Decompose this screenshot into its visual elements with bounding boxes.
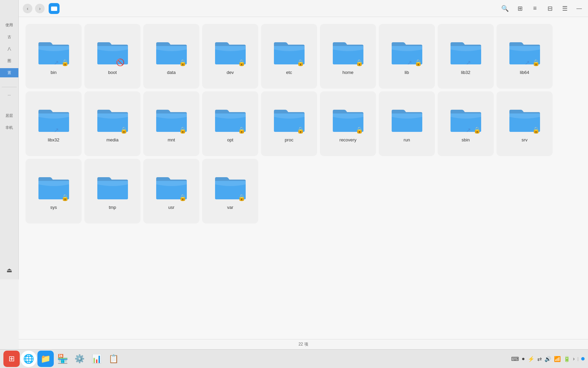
folder-item-recovery[interactable]: 🔒 recovery (320, 91, 376, 156)
folder-name-tmp: tmp (109, 205, 116, 210)
app-icon (49, 3, 60, 14)
main-content: 🔒↗ bin 🚫 boot 🔒 data 🔒 dev 🔒 etc (19, 17, 588, 349)
svg-text:🔒: 🔒 (179, 59, 187, 66)
svg-text:🔒: 🔒 (532, 126, 540, 134)
folder-icon-lib: 🔒↗ (390, 37, 424, 66)
separator: | (577, 356, 578, 361)
folder-icon-etc: 🔒 (272, 37, 306, 66)
folder-item-tmp[interactable]: tmp (84, 159, 141, 224)
item-count: 22 项 (298, 341, 308, 347)
svg-text:↗: ↗ (407, 59, 412, 66)
sidebar-item-recent[interactable]: 使用 (0, 20, 18, 30)
svg-text:🔒: 🔒 (61, 194, 69, 201)
files-icon: 📁 (40, 354, 51, 364)
sidebar-item-bottom2[interactable]: 非机 (0, 123, 18, 132)
sidebar-item-label-6: ... (7, 92, 11, 96)
sidebar-item-4[interactable]: 图 (0, 56, 18, 65)
taskbar-app-files[interactable]: 📁 (37, 351, 54, 367)
folder-item-opt[interactable]: 🔒 opt (202, 91, 258, 156)
activity-icon: 📊 (92, 354, 102, 364)
folder-icon-home: 🔒 (331, 37, 365, 66)
folder-item-usr[interactable]: 🔒 usr (143, 159, 199, 224)
folder-item-run[interactable]: run (379, 91, 435, 156)
folder-item-data[interactable]: 🔒 data (143, 24, 199, 89)
folder-icon-boot: 🚫 (96, 37, 130, 66)
folder-name-lib32: lib32 (461, 70, 470, 75)
sidebar-item-2[interactable]: 古 (0, 32, 18, 42)
back-button[interactable]: ‹ (23, 4, 32, 13)
clipboard-icon: 📋 (109, 354, 119, 364)
taskbar-app-browser[interactable]: 🌐 (20, 351, 37, 367)
folder-name-bin: bin (51, 70, 56, 75)
menu-button[interactable]: ☰ (559, 3, 570, 14)
svg-text:🔒: 🔒 (120, 126, 128, 134)
svg-text:🚫: 🚫 (116, 58, 125, 66)
wifi-icon[interactable]: 📶 (554, 356, 561, 362)
folder-name-boot: boot (108, 70, 117, 75)
folder-name-lib64: lib64 (520, 70, 529, 75)
sidebar-item-label-5: 置 (7, 70, 11, 75)
folder-icon-opt: 🔒 (213, 105, 247, 134)
folder-item-lib64[interactable]: 🔒↗ lib64 (496, 24, 553, 89)
eject-icon: ⏏ (6, 266, 12, 274)
minimize-button[interactable]: — (574, 4, 584, 13)
transfer-icon[interactable]: ⇄ (537, 356, 542, 362)
folder-item-proc[interactable]: 🔒 proc (261, 91, 317, 156)
sidebar-item-label: 使用 (5, 22, 13, 28)
folder-item-media[interactable]: 🔒 media (84, 91, 141, 156)
taskbar-app-settings[interactable]: ⚙️ (71, 351, 88, 367)
folder-item-sbin[interactable]: 🔒↗ sbin (438, 91, 494, 156)
sidebar-item-bottom1[interactable]: 居层 (0, 111, 18, 120)
folder-item-srv[interactable]: 🔒 srv (496, 91, 553, 156)
svg-text:🔒: 🔒 (61, 59, 69, 66)
taskbar-app-activity[interactable]: 📊 (88, 351, 105, 367)
grid-view-button[interactable]: ⊞ (514, 3, 525, 14)
folder-icon-mnt: 🔒 (154, 105, 189, 134)
folder-icon-usr: 🔒 (154, 172, 189, 201)
folder-item-lib32[interactable]: ↗ lib32 (438, 24, 494, 89)
expand-icon[interactable]: › (573, 356, 575, 362)
folder-item-dev[interactable]: 🔒 dev (202, 24, 258, 89)
forward-button[interactable]: › (35, 4, 45, 13)
sidebar-item-eject[interactable]: ⏏ (0, 264, 18, 276)
usb-icon[interactable]: ⚡ (528, 356, 535, 362)
store-icon: 🏪 (57, 354, 68, 364)
details-view-button[interactable]: ⊟ (544, 3, 555, 14)
folder-name-proc: proc (285, 137, 293, 142)
folder-icon-proc: 🔒 (272, 105, 306, 134)
keyboard-icon[interactable]: ⌨ (511, 356, 519, 362)
folder-item-etc[interactable]: 🔒 etc (261, 24, 317, 89)
folder-item-mnt[interactable]: 🔒 mnt (143, 91, 199, 156)
taskbar-app-store[interactable]: 🏪 (54, 351, 71, 367)
sidebar-item-label-4: 图 (7, 58, 11, 63)
folder-item-boot[interactable]: 🚫 boot (84, 24, 141, 89)
taskbar-app-launcher[interactable]: ⊞ (3, 351, 20, 367)
svg-text:↗: ↗ (54, 59, 59, 66)
folder-item-libx32[interactable]: ↗ libx32 (26, 91, 82, 156)
taskbar-app-clipboard[interactable]: 📋 (105, 351, 122, 367)
folder-item-sys[interactable]: 🔒 sys (26, 159, 82, 224)
sidebar-item-3[interactable]: 八 (0, 44, 18, 53)
svg-text:🔒: 🔒 (356, 59, 363, 66)
volume-icon[interactable]: 🔊 (544, 356, 551, 362)
folder-name-run: run (404, 137, 410, 142)
statusbar: 22 项 (19, 339, 588, 349)
sidebar-item-active[interactable]: 置 (0, 68, 18, 77)
list-view-button[interactable]: ≡ (529, 3, 540, 14)
sidebar-item-ellipsis[interactable]: ... (0, 90, 18, 98)
sidebar-item-label-8: 非机 (5, 125, 13, 130)
folder-item-var[interactable]: 🔒 var (202, 159, 258, 224)
folder-name-sbin: sbin (462, 137, 470, 142)
search-button[interactable]: 🔍 (500, 3, 510, 14)
folder-icon-lib64: 🔒↗ (508, 37, 542, 66)
folder-item-bin[interactable]: 🔒↗ bin (26, 24, 82, 89)
sidebar-item-label-7: 居层 (5, 113, 13, 118)
folder-item-lib[interactable]: 🔒↗ lib (379, 24, 435, 89)
status-dot (581, 357, 585, 361)
svg-text:🔒: 🔒 (179, 194, 187, 201)
folder-item-home[interactable]: 🔒 home (320, 24, 376, 89)
folder-icon-var: 🔒 (213, 172, 247, 201)
folder-icon-run (390, 105, 424, 134)
battery-icon[interactable]: 🔋 (564, 356, 570, 362)
folder-name-var: var (227, 205, 233, 210)
